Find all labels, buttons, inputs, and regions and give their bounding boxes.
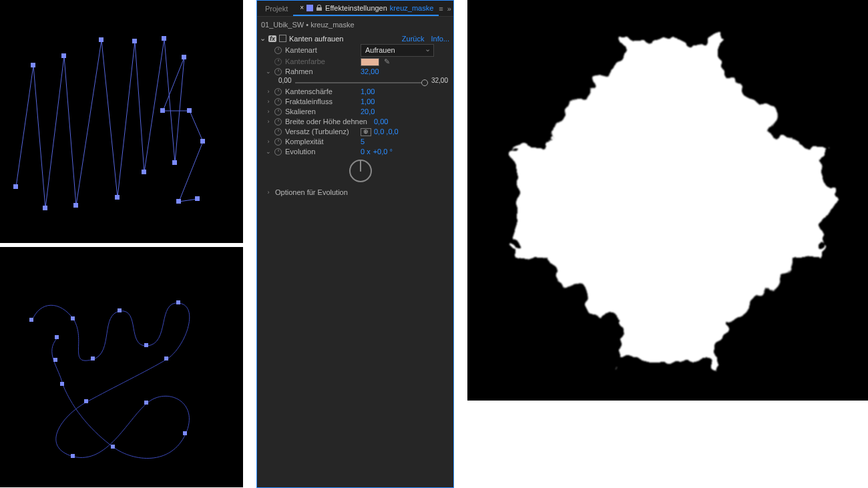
path-svg-bezier[interactable] [0,247,243,487]
param-value[interactable]: 1,00 [361,87,375,97]
path-svg-straight[interactable] [0,0,243,243]
param-label: Rahmen [284,67,358,77]
stopwatch-icon[interactable] [274,138,282,146]
tab-layer-name: kreuz_maske [390,4,433,12]
svg-rect-36 [634,180,714,240]
stopwatch-icon[interactable] [274,88,282,95]
svg-rect-16 [195,196,200,201]
param-edge-color: Kantenfarbe ✎ [257,57,453,67]
stopwatch-icon[interactable] [274,118,282,126]
lock-icon[interactable] [316,5,322,11]
svg-rect-29 [60,382,64,386]
evolution-revs[interactable]: 0 x [361,147,371,157]
tab-close-icon[interactable]: × [300,4,304,11]
stopwatch-icon[interactable] [274,68,282,75]
param-value[interactable]: 0,0 ,0,0 [374,127,399,137]
svg-rect-2 [43,206,47,210]
effect-header: ⌄ fx Kanten aufrauen Zurück Info... [257,33,453,44]
effect-visibility-icon[interactable] [279,35,286,42]
param-value[interactable]: 1,00 [361,97,375,107]
svg-rect-9 [162,36,166,41]
svg-rect-3 [61,53,66,58]
param-evolution: ⌄ Evolution 0 x +0,0 ° [257,147,453,157]
tab-effect-controls[interactable]: × Effekteinstellungen kreuz_maske [293,1,439,16]
svg-rect-6 [115,195,120,200]
param-value[interactable]: 20,0 [361,107,375,117]
stopwatch-icon[interactable] [274,108,282,115]
svg-rect-25 [71,454,75,458]
svg-rect-28 [111,445,115,449]
panel-overflow-icon[interactable]: » [447,5,451,13]
svg-rect-10 [172,160,177,165]
stopwatch-icon[interactable] [274,148,282,156]
svg-rect-1 [31,63,35,67]
anchor-points-linear[interactable] [13,36,205,210]
svg-rect-12 [160,108,165,113]
twisty-icon[interactable]: › [265,188,272,198]
slider-max: 32,00 [431,77,448,84]
evolution-deg[interactable]: +0,0 ° [373,147,393,157]
color-swatch[interactable] [361,58,379,66]
svg-rect-8 [142,170,146,174]
param-label: Kantenschärfe [284,87,358,97]
effect-reset-link[interactable]: Zurück [402,35,425,43]
panel-menu-icon[interactable]: ≡ [439,5,443,13]
motion-path-bezier[interactable] [32,303,190,459]
stopwatch-icon[interactable] [274,128,282,136]
twisty-icon[interactable]: › [265,87,272,97]
svg-rect-14 [200,139,205,144]
param-value[interactable]: 32,00 [361,67,379,77]
stopwatch-icon[interactable] [274,47,282,54]
motion-path-linear[interactable] [16,39,203,208]
param-label: Optionen für Evolution [274,188,395,198]
stopwatch-icon[interactable] [274,58,282,65]
param-label: Skalieren [284,107,358,117]
svg-rect-31 [53,358,57,362]
svg-rect-0 [13,184,18,189]
edge-type-select[interactable]: Aufrauen [361,44,434,57]
param-edge-sharp: › Kantenschärfe 1,00 [257,87,453,97]
twisty-icon[interactable]: ⌄ [265,67,272,77]
param-scale: › Skalieren 20,0 [257,107,453,117]
param-label: Breite oder Höhe dehnen [284,117,371,127]
twisty-icon[interactable]: ⌄ [265,147,272,157]
border-slider: 0,00 32,00 [257,77,453,87]
svg-rect-11 [182,55,186,59]
panel-body: 01_Ubik_SW • kreuz_maske ⌄ fx Kanten auf… [257,17,453,487]
mask-svg [467,0,868,401]
svg-rect-7 [132,39,137,43]
fx-badge-icon[interactable]: fx [268,35,276,42]
param-value[interactable]: 0,00 [374,117,388,127]
param-label: Komplexität [284,137,358,147]
svg-rect-22 [176,300,180,304]
twisty-icon[interactable]: › [265,117,272,127]
slider-thumb[interactable] [421,79,428,86]
evolution-dial[interactable] [349,160,372,182]
param-label: Kantenart [284,45,358,55]
param-value[interactable]: 5 [361,137,365,147]
svg-rect-5 [99,37,103,42]
svg-rect-20 [118,308,122,312]
twisty-icon[interactable]: › [265,97,272,107]
tab-project[interactable]: Projekt [260,2,293,15]
param-stretch: › Breite oder Höhe dehnen 0,00 [257,117,453,127]
slider-track[interactable] [295,82,427,83]
effect-twisty-icon[interactable]: ⌄ [260,34,266,43]
param-border: ⌄ Rahmen 32,00 [257,67,453,77]
anchor-point-icon[interactable]: ⊕ [361,128,371,136]
param-label: Versatz (Turbulenz) [284,127,358,137]
effect-name[interactable]: Kanten aufrauen [289,35,399,43]
param-label: Evolution [284,147,358,157]
svg-rect-17 [29,318,33,322]
svg-rect-19 [91,356,95,360]
twisty-icon[interactable]: › [265,107,272,117]
param-evo-options: › Optionen für Evolution [257,188,453,198]
stopwatch-icon[interactable] [274,98,282,105]
viewport-bezier-path [0,247,243,487]
twisty-icon[interactable]: › [265,137,272,147]
eyedropper-icon[interactable]: ✎ [382,58,391,66]
effect-info-link[interactable]: Info... [431,35,449,43]
layer-color-swatch-icon [306,5,313,11]
svg-rect-30 [55,335,59,339]
comp-layer-path: 01_Ubik_SW • kreuz_maske [257,18,453,33]
